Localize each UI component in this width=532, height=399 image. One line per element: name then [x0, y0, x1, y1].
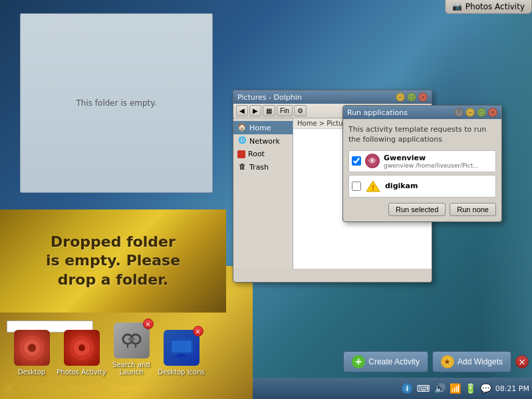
search-activity-icon: [114, 323, 150, 358]
photos-icon-container: [63, 329, 101, 367]
run-dialog: Run applications ? − □ × This activity t…: [342, 105, 502, 222]
desktop-svg-icon: [19, 334, 45, 361]
dolphin-title: Pictures - Dolphin: [237, 93, 302, 102]
gwenview-icon: 👁: [365, 154, 380, 168]
desktop: 📷 Photos Activity This folder is empty. …: [0, 0, 532, 399]
info-tray-icon[interactable]: i: [402, 383, 412, 394]
dolphin-sidebar: 🏠 Home 🌐 Network Root 🗑 Trash: [233, 118, 293, 269]
home-icon: 🏠: [237, 123, 247, 132]
sidebar-item-trash[interactable]: 🗑 Trash: [233, 160, 293, 174]
run-dialog-titlebar[interactable]: Run applications ? − □ ×: [343, 106, 501, 119]
back-button[interactable]: ◀: [236, 105, 248, 116]
chat-tray-icon[interactable]: 💬: [480, 383, 491, 394]
run-dialog-content: This activity template requests to run t…: [343, 119, 501, 221]
run-selected-button[interactable]: Run selected: [388, 203, 446, 216]
run-dialog-titlebar-buttons: ? − □ ×: [454, 108, 497, 117]
run-dialog-maximize[interactable]: □: [477, 108, 486, 117]
forward-button[interactable]: ▶: [249, 105, 261, 116]
network-tray-icon[interactable]: 📶: [450, 383, 461, 394]
svg-point-7: [78, 344, 85, 351]
svg-rect-16: [176, 356, 188, 357]
svg-rect-14: [172, 340, 192, 352]
desktop-icons-container: ×: [162, 329, 201, 367]
activity-item-photos[interactable]: Photos Activity: [57, 329, 106, 376]
find-button[interactable]: Fin: [277, 105, 293, 116]
run-dialog-help-button[interactable]: ?: [454, 108, 464, 117]
desktop-icon-container: [13, 329, 51, 367]
dolphin-titlebar-buttons: − □ ×: [396, 92, 428, 102]
gwenview-info: Gwenview gwenview /home/liveuser/Pict...: [384, 154, 493, 169]
close-button[interactable]: ×: [418, 92, 428, 102]
search-icon-container: ×: [112, 321, 151, 360]
warning-triangle-icon: !: [366, 180, 380, 193]
maximize-button[interactable]: □: [407, 92, 416, 102]
run-dialog-message: This activity template requests to run t…: [348, 124, 496, 145]
photos-activity-icon: [64, 330, 100, 366]
empty-folder-message: This folder is empty.: [76, 98, 157, 108]
grid-view-button[interactable]: ▦: [263, 105, 275, 116]
sidebar-label-trash: Trash: [249, 163, 269, 172]
dropped-folder-text: Dropped folder is empty. Please drop a f…: [39, 226, 187, 297]
run-dialog-title: Run applications: [347, 108, 408, 117]
digikam-name: digikam: [385, 182, 493, 190]
taskbar-right: i ⌨ 🔊 📶 🔋 💬 08:21 PM: [402, 383, 529, 394]
svg-rect-11: [135, 344, 136, 348]
sidebar-label-home: Home: [249, 124, 271, 132]
activity-item-search[interactable]: × Search and Launch: [106, 321, 156, 376]
svg-point-4: [28, 344, 36, 352]
desktop-activity-icon: [14, 330, 50, 366]
photos-activity-label: Photos Activity: [466, 2, 525, 11]
run-none-button[interactable]: Run none: [450, 203, 496, 216]
gwenview-checkbox[interactable]: [352, 156, 361, 166]
battery-tray-icon[interactable]: 🔋: [465, 383, 476, 394]
desktop-activity-label: Desktop: [18, 368, 45, 376]
photos-activity-dock-label: Photos Activity: [57, 368, 106, 376]
dolphin-titlebar[interactable]: Pictures - Dolphin − □ ×: [233, 90, 432, 104]
photos-activity-tab[interactable]: 📷 Photos Activity: [445, 0, 532, 14]
activity-item-desktop-icons[interactable]: × Desktop Icons: [156, 329, 206, 376]
svg-text:!: !: [372, 184, 375, 192]
monitor-icon: [169, 338, 194, 358]
dropped-folder-panel: Dropped folder is empty. Please drop a f…: [0, 209, 226, 313]
app-item-digikam: ! digikam: [348, 175, 496, 198]
activity-item-desktop[interactable]: Desktop: [7, 329, 57, 376]
photos-svg-icon: [68, 334, 95, 361]
sidebar-item-network[interactable]: 🌐 Network: [233, 134, 293, 148]
photos-icon: 📷: [452, 2, 462, 11]
svg-rect-10: [127, 344, 128, 348]
search-binoculars-icon: [120, 329, 144, 352]
trash-icon: 🗑: [237, 162, 247, 172]
digikam-checkbox[interactable]: [352, 182, 361, 191]
empty-folder-panel: This folder is empty.: [20, 13, 213, 193]
gwenview-name: Gwenview: [384, 154, 493, 162]
search-remove-overlay: ×: [143, 319, 154, 329]
sidebar-label-network: Network: [249, 137, 280, 146]
sidebar-label-root: Root: [248, 150, 265, 158]
run-dialog-minimize[interactable]: −: [466, 108, 475, 117]
app-item-gwenview: 👁 Gwenview gwenview /home/liveuser/Pict.…: [348, 150, 496, 172]
taskbar-time: 08:21 PM: [495, 384, 529, 393]
activity-dock: Desktop Photos Activity: [0, 321, 532, 376]
network-icon: 🌐: [237, 136, 247, 146]
minimize-button[interactable]: −: [396, 92, 405, 102]
desktop-icons-remove-overlay: ×: [193, 326, 203, 336]
run-dialog-buttons: Run selected Run none: [348, 203, 496, 216]
sidebar-item-home[interactable]: 🏠 Home: [233, 121, 293, 134]
svg-rect-15: [178, 354, 185, 356]
search-button[interactable]: ⚙: [294, 105, 307, 116]
desktop-icons-label: Desktop Icons: [158, 368, 205, 376]
gwenview-path: gwenview /home/liveuser/Pict...: [384, 162, 493, 169]
keyboard-tray-icon[interactable]: ⌨: [416, 383, 430, 394]
volume-tray-icon[interactable]: 🔊: [434, 383, 446, 394]
digikam-warning-container: !: [365, 178, 381, 194]
search-activity-label: Search and Launch: [106, 361, 156, 376]
run-dialog-close[interactable]: ×: [488, 108, 497, 117]
svg-rect-12: [128, 338, 135, 340]
digikam-info: digikam: [385, 182, 493, 190]
desktop-icons-icon: [164, 330, 200, 366]
sidebar-item-root[interactable]: Root: [233, 148, 293, 160]
root-icon: [237, 150, 245, 158]
